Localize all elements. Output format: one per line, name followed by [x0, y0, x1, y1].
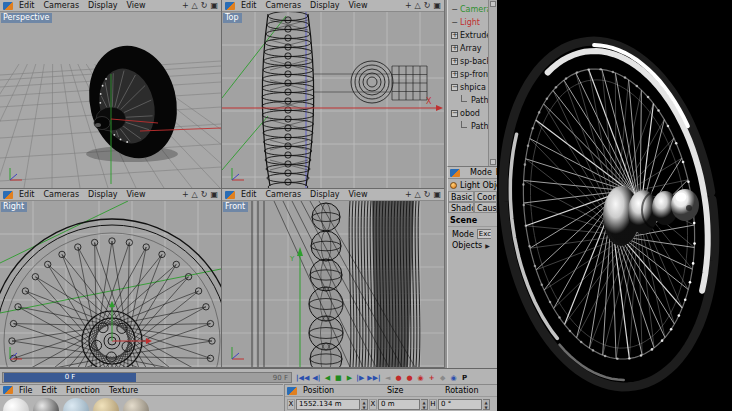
rotate-view-icon[interactable]: ↻: [201, 1, 208, 11]
goto-start-button[interactable]: |◀◀: [295, 372, 310, 383]
menu-view-top[interactable]: View: [349, 1, 368, 10]
goto-end-button[interactable]: ▶▶|: [366, 372, 381, 383]
options-button[interactable]: ◉: [449, 372, 459, 383]
material-white[interactable]: [3, 398, 29, 411]
rotation-h-input[interactable]: 0 °: [438, 399, 482, 410]
stop-button[interactable]: ■: [333, 372, 343, 383]
maximize-view-icon[interactable]: ▣: [433, 1, 441, 11]
object-item-path-1[interactable]: Path 1: [448, 94, 488, 107]
pan-view-icon[interactable]: +: [182, 1, 189, 11]
pan-view-icon[interactable]: +: [405, 190, 412, 200]
menu-cameras-perspective[interactable]: Cameras: [44, 1, 80, 10]
object-item-path-2[interactable]: Path 2: [448, 120, 488, 133]
rotate-view-icon[interactable]: ↻: [424, 1, 431, 11]
timeline-slider[interactable]: 0 F: [4, 373, 136, 382]
viewport-scene-perspective[interactable]: [0, 12, 221, 188]
expand-icon[interactable]: +: [451, 32, 458, 39]
material-menu-edit[interactable]: Edit: [41, 386, 57, 395]
play-forward-button[interactable]: ▶: [344, 372, 354, 383]
menu-cameras-front[interactable]: Cameras: [266, 190, 302, 199]
rotate-view-icon[interactable]: ↻: [424, 190, 431, 200]
app-icon: [225, 2, 235, 10]
menu-cameras-top[interactable]: Cameras: [266, 1, 302, 10]
keyframe-button[interactable]: ●: [405, 372, 415, 383]
select-keys-button[interactable]: ◆: [438, 372, 448, 383]
menu-display-top[interactable]: Display: [310, 1, 340, 10]
object-item-obod[interactable]: −obod: [448, 107, 488, 120]
object-item-light[interactable]: −Light: [448, 16, 488, 29]
timeline[interactable]: 0 F 90 F: [2, 372, 292, 383]
next-frame-button[interactable]: |▶: [355, 372, 365, 383]
previous-key-button[interactable]: ◀|: [311, 372, 321, 383]
expand-icon[interactable]: +: [451, 71, 458, 78]
object-item-extrude-nur[interactable]: +Extrude NUR: [448, 29, 488, 42]
object-item-shpica[interactable]: −shpica: [448, 81, 488, 94]
material-beige[interactable]: [93, 398, 119, 411]
autokey-button[interactable]: ◉: [416, 372, 426, 383]
menu-view-right[interactable]: View: [127, 190, 146, 199]
menu-edit-top[interactable]: Edit: [241, 1, 257, 10]
size-x-input[interactable]: 0 m: [378, 399, 420, 410]
material-dark-chrome[interactable]: [33, 398, 59, 411]
sound-button[interactable]: ◄: [383, 372, 393, 383]
material-menu-function[interactable]: Function: [66, 386, 100, 395]
maximize-view-icon[interactable]: ▣: [210, 1, 218, 11]
collapse-icon[interactable]: −: [451, 84, 458, 91]
powerslider-button[interactable]: P: [460, 372, 470, 383]
material-blue-chrome[interactable]: [63, 398, 89, 411]
rotation-h-spinner[interactable]: ▲▼: [483, 399, 490, 410]
tab-coord[interactable]: Coord: [474, 191, 497, 202]
menu-view-front[interactable]: View: [349, 190, 368, 199]
viewport-scene-top[interactable]: X: [222, 12, 444, 188]
menu-edit-perspective[interactable]: Edit: [19, 1, 35, 10]
expand-icon[interactable]: +: [451, 45, 458, 52]
material-warm-chrome[interactable]: [123, 398, 149, 411]
add-key-button[interactable]: +: [427, 372, 437, 383]
viewport-canvas-right[interactable]: Right: [0, 201, 221, 367]
position-x-input[interactable]: 1552.134 m: [296, 399, 360, 410]
object-manager-scrollbar[interactable]: [488, 0, 497, 166]
camera-move-icon[interactable]: △: [415, 190, 421, 200]
mode-dropdown[interactable]: Exclude: [477, 229, 491, 239]
camera-move-icon[interactable]: △: [415, 1, 421, 11]
menu-display-front[interactable]: Display: [310, 190, 340, 199]
maximize-view-icon[interactable]: ▣: [433, 190, 441, 200]
expand-icon[interactable]: +: [451, 58, 458, 65]
rotate-view-icon[interactable]: ↻: [201, 190, 208, 200]
viewport-canvas-perspective[interactable]: Perspective: [0, 12, 221, 188]
object-item-array[interactable]: +Array: [448, 42, 488, 55]
play-backward-button[interactable]: ◀: [322, 372, 332, 383]
menu-display-right[interactable]: Display: [88, 190, 118, 199]
maximize-view-icon[interactable]: ▣: [210, 190, 218, 200]
collapse-icon[interactable]: −: [451, 110, 458, 117]
viewport-scene-right[interactable]: [0, 201, 221, 367]
scrollbar-bottom-button[interactable]: [490, 159, 496, 165]
size-x-spinner[interactable]: ▲▼: [421, 399, 428, 410]
viewport-canvas-top[interactable]: XTop: [222, 12, 444, 188]
tab-basic[interactable]: Basic: [448, 191, 474, 202]
tab-caustics[interactable]: Caus: [474, 202, 497, 213]
attr-menu-mode[interactable]: Mode: [470, 168, 492, 177]
camera-move-icon[interactable]: △: [192, 1, 198, 11]
pan-view-icon[interactable]: +: [405, 1, 412, 11]
material-menu-file[interactable]: File: [19, 386, 32, 395]
menu-edit-right[interactable]: Edit: [19, 190, 35, 199]
objects-expand-arrow[interactable]: ▶: [485, 242, 490, 249]
material-menu-texture[interactable]: Texture: [109, 386, 138, 395]
object-item-sp-front[interactable]: +sp-front: [448, 68, 488, 81]
menu-edit-front[interactable]: Edit: [241, 190, 257, 199]
position-x-spinner[interactable]: ▲▼: [361, 399, 368, 410]
object-item-sp-back[interactable]: +sp-back: [448, 55, 488, 68]
pan-view-icon[interactable]: +: [182, 190, 189, 200]
record-button[interactable]: ●: [394, 372, 404, 383]
scrollbar-top-button[interactable]: [490, 1, 496, 7]
menu-view-perspective[interactable]: View: [127, 1, 146, 10]
menu-cameras-right[interactable]: Cameras: [44, 190, 80, 199]
tab-shadow[interactable]: Shadow: [448, 202, 474, 213]
viewport-canvas-front[interactable]: YFront: [222, 201, 444, 367]
object-item-camera[interactable]: −Camera: [448, 3, 488, 16]
menu-display-perspective[interactable]: Display: [88, 1, 118, 10]
viewport-scene-front[interactable]: Y: [222, 201, 444, 367]
app-icon: [3, 2, 13, 10]
camera-move-icon[interactable]: △: [192, 190, 198, 200]
